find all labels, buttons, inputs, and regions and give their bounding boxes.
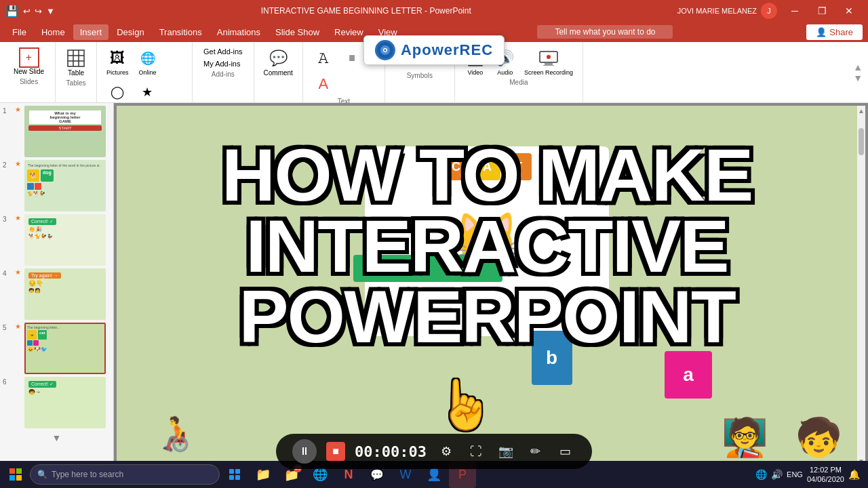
character-student-2: 🧒 (795, 415, 842, 460)
slide-num-6: 6 (3, 377, 12, 386)
slide-thumb-5[interactable]: The beginning letter... 🐱 cat 🐱🐶🐦 (24, 323, 106, 374)
user-avatar[interactable]: J (761, 3, 777, 19)
notifications-icon[interactable]: 🔔 (848, 469, 860, 480)
menu-insert[interactable]: Insert (73, 24, 109, 40)
slide-item-4[interactable]: 4 ★ Try again! → 😔👇 🧒🧑 (3, 268, 111, 320)
pictures-icon: 🖼 (106, 47, 128, 69)
undo-icon[interactable]: ↩ (23, 6, 31, 16)
system-clock[interactable]: 12:02 PM 04/06/2020 (807, 465, 844, 485)
character-wheelchair: 🧑‍🦽 (154, 413, 196, 453)
tables-group-label: Tables (66, 79, 86, 87)
table-button[interactable]: Table (62, 46, 90, 78)
window-controls[interactable]: ─ ❐ ✕ (781, 0, 863, 22)
online-pictures-icon: 🌐 (137, 47, 159, 69)
screen-recording-icon (538, 47, 559, 69)
menu-file[interactable]: File (5, 24, 33, 40)
pictures-button[interactable]: 🖼 Pictures (104, 46, 132, 77)
addins-group: Get Add-ins My Add-ins Add-ins (193, 42, 254, 102)
taskbar-search-placeholder: Type here to search (52, 470, 123, 479)
answer-box-b[interactable]: b (532, 331, 572, 385)
ribbon-scroll-down[interactable]: ▼ (853, 73, 863, 83)
svg-rect-14 (16, 468, 22, 474)
slide-item-1[interactable]: 1 ★ What is mybeginning letterGAME START (3, 106, 111, 157)
slide-thumb-6[interactable]: Correct! ✓ 🧒→ (24, 377, 106, 428)
taskbar-app-explorer[interactable]: 📁 (250, 461, 277, 488)
scroll-thumb[interactable] (859, 128, 864, 155)
ribbon-scroll-up[interactable]: ▲ (853, 62, 863, 73)
share-button[interactable]: 👤 Share (806, 24, 863, 40)
slide-item-6[interactable]: 6 Correct! ✓ 🧒→ (3, 377, 111, 428)
slide-item-2[interactable]: 2 ★ The beginning letter of the word in … (3, 160, 111, 211)
svg-rect-7 (545, 63, 553, 65)
taskbar-search[interactable]: 🔍 Type here to search (30, 464, 220, 485)
pause-button[interactable]: ⏸ (292, 439, 317, 464)
header-footer-button[interactable]: ≡ (338, 46, 366, 70)
screen-recording-button[interactable]: Screen Recording (521, 46, 576, 77)
slide-thumb-3[interactable]: Correct! ✓ 👏🎉 🐕🐈🐓🦆 (24, 214, 106, 266)
header-footer-icon: ≡ (341, 47, 363, 69)
my-addins-button[interactable]: My Add-ins (199, 58, 246, 69)
slide-star-4: ★ (15, 268, 22, 276)
slide-item-3[interactable]: 3 ★ Correct! ✓ 👏🎉 🐕🐈🐓🦆 (3, 214, 111, 266)
apowerrec-overlay: ApowerREC (363, 35, 505, 65)
minimize-button[interactable]: ─ (781, 0, 808, 22)
fullscreen-rec-button[interactable]: ⛶ (466, 441, 486, 462)
slide-canvas[interactable]: 🐱 C A T b a (117, 106, 857, 466)
menu-slideshow[interactable]: Slide Show (269, 24, 326, 40)
svg-rect-8 (543, 65, 554, 66)
customize-icon[interactable]: ▼ (46, 6, 55, 16)
display-rec-button[interactable]: ▭ (555, 441, 576, 462)
task-view-button[interactable] (221, 461, 248, 488)
slide-item-5[interactable]: 5 ★ The beginning letter... 🐱 cat 🐱🐶🐦 (3, 323, 111, 374)
wordart-icon: A (313, 73, 334, 95)
slide-thumb-4[interactable]: Try again! → 😔👇 🧒🧑 (24, 268, 106, 320)
comment-button[interactable]: 💬 Comment (261, 46, 296, 78)
images-group: 🖼 Pictures 🌐 Online ◯ Shapes ★ Icons Ima… (97, 42, 193, 102)
titlebar-left-icons: 💾 ↩ ↪ ▼ (5, 5, 55, 18)
canvas-scrollbar[interactable]: ▲ ▼ (857, 106, 865, 466)
svg-point-6 (547, 55, 551, 59)
slide-thumb-2[interactable]: The beginning letter of the word in the … (24, 160, 106, 211)
stop-button[interactable]: ■ (326, 442, 345, 461)
start-button[interactable] (3, 462, 28, 487)
slide-panel: 1 ★ What is mybeginning letterGAME START… (0, 103, 114, 469)
close-button[interactable]: ✕ (835, 0, 863, 22)
recording-timer: 00:00:03 (355, 443, 427, 460)
canvas-area: 🐱 C A T b a (114, 103, 868, 469)
panel-scroll-down-arrow[interactable]: ▼ (3, 431, 111, 445)
wordart-button[interactable]: A (310, 72, 337, 96)
slide-num-3: 3 (3, 214, 12, 223)
new-slide-button[interactable]: + New Slide (9, 46, 48, 77)
slide-star-3: ★ (15, 214, 22, 222)
language-indicator[interactable]: ENG (787, 470, 803, 479)
slide-num-4: 4 (3, 268, 12, 277)
comments-group: 💬 Comment (254, 42, 303, 102)
camera-rec-button[interactable]: 📷 (496, 441, 516, 462)
media-group-label: Media (509, 79, 528, 86)
slide-thumb-1[interactable]: What is mybeginning letterGAME START (24, 106, 106, 157)
menu-transitions[interactable]: Transitions (153, 24, 209, 40)
online-pictures-button[interactable]: 🌐 Online (134, 46, 161, 77)
slide-star-1: ★ (15, 106, 22, 113)
menu-animations[interactable]: Animations (210, 24, 267, 40)
search-box[interactable]: Tell me what you want to do (537, 25, 673, 39)
settings-rec-button[interactable]: ⚙ (436, 441, 456, 462)
network-icon[interactable]: 🌐 (755, 469, 767, 480)
letter-tile-1[interactable]: C (442, 153, 469, 180)
textbox-button[interactable]: 𝙰 (310, 46, 337, 70)
letter-tile-3[interactable]: T (505, 153, 532, 180)
slide-star-2: ★ (15, 160, 22, 167)
slides-group-label: Slides (20, 78, 38, 85)
restore-button[interactable]: ❐ (808, 0, 835, 22)
redo-icon[interactable]: ↪ (35, 6, 42, 16)
answer-box-a[interactable]: a (665, 351, 712, 399)
menu-design[interactable]: Design (110, 24, 151, 40)
menu-home[interactable]: Home (35, 24, 72, 40)
save-icon[interactable]: 💾 (5, 5, 19, 18)
letter-tile-2[interactable]: A (473, 153, 500, 180)
scroll-up-arrow[interactable]: ▲ (858, 107, 865, 115)
slide-num-5: 5 (3, 323, 12, 331)
get-addins-button[interactable]: Get Add-ins (199, 46, 246, 57)
pen-rec-button[interactable]: ✏ (526, 441, 546, 462)
volume-icon[interactable]: 🔊 (771, 469, 783, 480)
